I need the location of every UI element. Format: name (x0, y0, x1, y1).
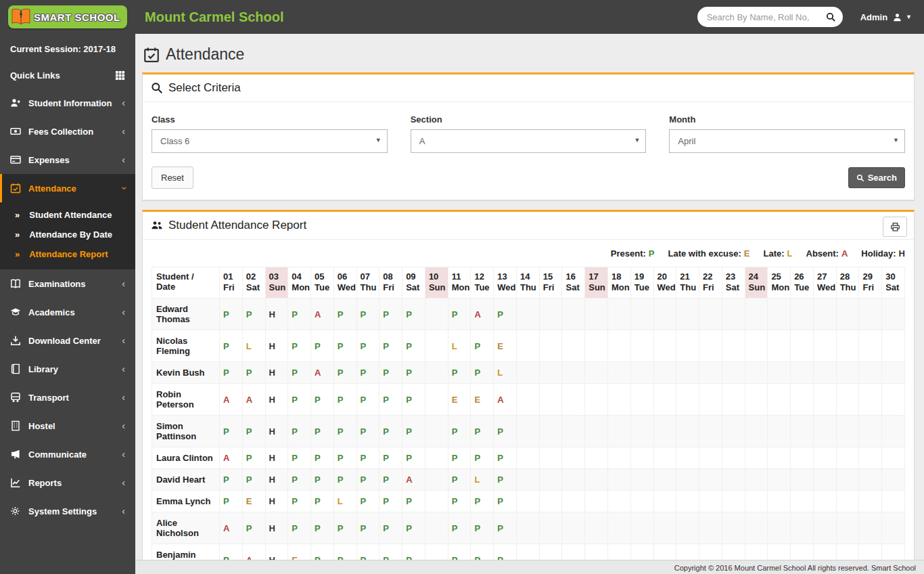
sidebar-item-label: Download Center (28, 336, 122, 346)
attendance-cell (585, 362, 608, 384)
chevron-left-icon: ‹ (122, 366, 125, 372)
table-row: Benjamin GatesPAHEPPPPPPPP (152, 544, 905, 560)
attendance-cell: P (242, 362, 265, 384)
attendance-cell: P (311, 491, 334, 512)
attendance-cell: P (494, 512, 517, 544)
search-icon[interactable] (825, 12, 836, 22)
attendance-cell: P (471, 512, 494, 544)
sidebar-item-examinations[interactable]: Examinations‹ (0, 269, 135, 298)
attendance-cell (722, 384, 745, 416)
attendance-cell: E (448, 384, 471, 416)
sidebar-item-system-settings[interactable]: System Settings‹ (0, 497, 135, 525)
sidebar-subitem-attendance-by-date[interactable]: »Attendance By Date (0, 225, 135, 244)
attendance-cell (836, 447, 859, 469)
legend-item: Holiday:H (861, 248, 905, 259)
search-button[interactable]: Search (848, 167, 905, 188)
attendance-cell: P (448, 491, 471, 512)
attendance-cell: P (448, 469, 471, 491)
attendance-cell (425, 384, 448, 416)
sidebar-item-library[interactable]: Library‹ (0, 355, 135, 383)
sidebar-item-attendance[interactable]: Attendance‹ (0, 174, 135, 202)
sidebar-item-reports[interactable]: Reports‹ (0, 468, 135, 497)
transport-icon (10, 392, 21, 403)
download-center-icon (10, 335, 21, 346)
caret-down-icon: ▼ (906, 14, 912, 20)
date-column-header: 15Fri (539, 267, 562, 299)
search-input[interactable] (697, 7, 843, 27)
attendance-cell (562, 362, 585, 384)
attendance-cell: P (402, 491, 425, 512)
attendance-cell: A (471, 299, 494, 330)
sidebar-item-expenses[interactable]: Expenses‹ (0, 146, 135, 174)
attendance-cell (516, 469, 539, 491)
attendance-cell: P (402, 384, 425, 416)
attendance-cell (608, 447, 631, 469)
attendance-cell: P (220, 491, 243, 512)
sidebar-item-download-center[interactable]: Download Center‹ (0, 326, 135, 355)
attendance-cell (562, 384, 585, 416)
current-session: Current Session: 2017-18 (0, 34, 135, 62)
attendance-cell (836, 362, 859, 384)
sidebar-item-communicate[interactable]: Communicate‹ (0, 440, 135, 468)
attendance-cell (653, 416, 676, 447)
attendance-cell (859, 512, 882, 544)
section-label: Section (411, 114, 647, 125)
attendance-cell: H (265, 469, 288, 491)
attendance-legend: Present:PLate with excuse:ELate:LAbsent:… (143, 240, 914, 263)
attendance-cell (630, 299, 653, 330)
class-select[interactable]: Class 6 (152, 129, 388, 153)
attendance-cell (630, 544, 653, 560)
sidebar-item-label: System Settings (28, 506, 122, 516)
attendance-cell (836, 416, 859, 447)
attendance-cell: P (494, 544, 517, 560)
attendance-cell (516, 362, 539, 384)
attendance-cell (882, 544, 905, 560)
attendance-cell (516, 416, 539, 447)
attendance-cell (882, 416, 905, 447)
sidebar-item-academics[interactable]: Academics‹ (0, 298, 135, 326)
sidebar-item-label: Transport (28, 393, 122, 403)
attendance-cell (608, 384, 631, 416)
print-button[interactable] (883, 217, 907, 237)
month-select[interactable]: April (669, 129, 905, 153)
criteria-panel-title: Select Criteria (168, 81, 241, 95)
attendance-cell (516, 544, 539, 560)
attendance-cell: P (448, 447, 471, 469)
quick-links[interactable]: Quick Links (0, 62, 135, 89)
sidebar-subitem-attendance-report[interactable]: »Attendance Report (0, 244, 135, 264)
attendance-cell: A (311, 299, 334, 330)
sidebar-item-transport[interactable]: Transport‹ (0, 383, 135, 412)
attendance-cell (813, 362, 836, 384)
attendance-cell (836, 469, 859, 491)
attendance-cell (653, 362, 676, 384)
printer-icon (890, 222, 900, 232)
date-column-header: 07Thu (356, 267, 379, 299)
sidebar-menu: Student Information‹Fees Collection‹Expe… (0, 89, 135, 525)
student-name-cell: Edward Thomas (152, 299, 220, 330)
attendance-cell (745, 512, 768, 544)
attendance-cell: A (311, 362, 334, 384)
reset-button[interactable]: Reset (152, 167, 193, 189)
attendance-cell: P (220, 469, 243, 491)
attendance-cell: P (379, 330, 402, 362)
attendance-cell (836, 384, 859, 416)
date-column-header: 06Wed (333, 267, 356, 299)
attendance-cell (699, 491, 722, 512)
attendance-cell: P (471, 447, 494, 469)
admin-menu[interactable]: Admin ▼ (860, 12, 912, 22)
section-select[interactable]: A (411, 129, 647, 153)
date-column-header: 11Mon (448, 267, 471, 299)
attendance-cell: P (494, 416, 517, 447)
student-name-cell: Benjamin Gates (152, 544, 220, 560)
attendance-cell (516, 384, 539, 416)
sidebar-item-hostel[interactable]: Hostel‹ (0, 412, 135, 440)
sidebar-item-label: Academics (28, 307, 122, 317)
attendance-cell (585, 416, 608, 447)
sidebar-subitem-student-attendance[interactable]: »Student Attendance (0, 205, 135, 225)
sidebar-item-student-information[interactable]: Student Information‹ (0, 89, 135, 117)
sidebar-item-fees-collection[interactable]: Fees Collection‹ (0, 117, 135, 146)
logo[interactable]: SMART SCHOOL (0, 0, 135, 34)
sidebar-item-label: Examinations (28, 279, 122, 289)
date-column-header: 28Thu (836, 267, 859, 299)
attendance-cell: P (448, 362, 471, 384)
